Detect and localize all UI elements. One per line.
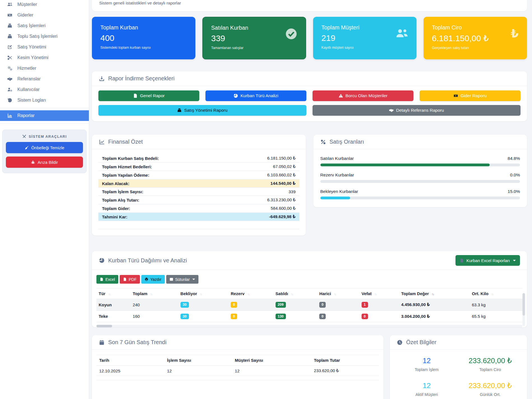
row-value: -649.629,98 ₺ [269, 214, 296, 219]
col-toplam-deger[interactable]: Toplam Değer↑↓ [399, 288, 469, 299]
cell-rezerv: 0 [228, 311, 273, 322]
section-title: Rapor İndirme Seçenekleri [108, 75, 175, 82]
sort-icon: ↑↓ [247, 292, 249, 296]
scissors-icon [7, 55, 13, 60]
row-label: Toplam İşlem Sayısı: [102, 189, 143, 194]
printer-icon [145, 277, 148, 281]
sidebar-item-label: Hizmetler [17, 66, 36, 71]
calendar-icon [99, 340, 105, 345]
stat-title: Toplam Ciro [432, 24, 519, 31]
bug-icon [31, 160, 35, 164]
sort-icon: ↑↓ [200, 292, 202, 296]
sidebar-item-toplu-satis[interactable]: Toplu Satış İşlemleri [0, 31, 89, 42]
sidebar-item-musteriler[interactable]: Müşteriler [0, 0, 89, 10]
financial-summary-header: Finansal Özet [92, 135, 306, 149]
sidebar-item-label: Satış İşlemleri [17, 23, 45, 28]
button-label: PDF [129, 277, 137, 282]
file-excel-icon [460, 258, 464, 263]
users-icon [396, 27, 408, 40]
col-vefat[interactable]: Vefat↑↓ [359, 288, 399, 299]
money-icon [454, 94, 458, 98]
sidebar-item-label: Giderler [17, 13, 33, 18]
row-value: 67.050,02 ₺ [273, 164, 295, 169]
summary-value: 12 [395, 356, 459, 365]
col-toplam[interactable]: Toplam↑↓ [131, 288, 178, 299]
type-analysis-button[interactable]: Kurban Türü Analizi [205, 90, 306, 101]
financial-row-tahmini-kar: Tahmini Kar:-649.629,98 ₺ [98, 213, 299, 221]
trend-card: Son 7 Gün Satış Trendi Tarih İşlem Sayıs… [92, 335, 383, 399]
button-label: Excel [105, 277, 115, 282]
col-ort-kilo[interactable]: Ort. Kilo↑↓ [469, 288, 522, 299]
pie-chart-icon [233, 94, 238, 98]
users-icon [7, 2, 13, 7]
col-harici[interactable]: Harici↑↓ [317, 288, 359, 299]
section-title: Finansal Özet [108, 139, 143, 145]
stat-subtitle: Sistemdeki toplam kurban sayısı [100, 46, 187, 50]
rezerv-badge: 0 [231, 314, 237, 319]
columns-toggle-button[interactable]: Sütunlar [166, 275, 198, 284]
sidebar-item-label: Satış Yönetimi [17, 45, 46, 50]
referral-report-button[interactable]: Detaylı Referans Raporu [313, 105, 521, 116]
scrollbar-thumb[interactable] [96, 325, 112, 327]
print-button[interactable]: Yazdır [141, 275, 165, 284]
financial-row: Toplam Yapılan Ödeme:6.103.660,02 ₺ [98, 171, 299, 179]
expense-report-button[interactable]: Gider Raporu [420, 90, 521, 101]
summary-label: Aktif Müşteri [395, 392, 459, 397]
cell-islem-sayisi: 12 [164, 366, 232, 376]
cell-vefat: 0 [359, 311, 399, 322]
kurban-excel-reports-dropdown[interactable]: Kurban Excel Raporları [455, 255, 520, 266]
financial-summary-table: Toplam Kurban Satış Bedeli:6.181.150,00 … [92, 149, 306, 235]
financial-row-kalan-alacak: Kalan Alacak:144.540,00 ₺ [98, 179, 299, 188]
sidebar-item-satis-yonetimi[interactable]: Satış Yönetimi [0, 42, 89, 52]
sidebar-item-raporlar[interactable]: Raporlar [0, 110, 89, 121]
ratio-satilan: Satılan Kurbanlar84.8% [320, 156, 520, 166]
scrollbar-thumb[interactable] [522, 293, 525, 316]
general-report-button[interactable]: Genel Rapor [98, 90, 199, 101]
cell-toplam-deger: 3.004.200,00 ₺ [399, 311, 469, 322]
col-toplam-tutar: Toplam Tutar [311, 355, 379, 366]
clear-cache-button[interactable]: Önbelleği Temizle [6, 142, 83, 153]
summary-value: 12 [395, 381, 459, 390]
type-distribution-table: Tür↑↓ Toplam↑↓ Bekliyor↑↓ Rezerv↑↓ Satıl… [96, 288, 522, 322]
col-bekliyor[interactable]: Bekliyor↑↓ [178, 288, 228, 299]
excel-export-button[interactable]: Excel [96, 275, 118, 284]
sidebar-item-giderler[interactable]: Giderler [0, 10, 89, 20]
trend-table: Tarih İşlem Sayısı Müşteri Sayısı Toplam… [96, 355, 379, 381]
clock-icon [397, 340, 403, 345]
button-label: Gider Raporu [461, 93, 487, 98]
col-rezerv[interactable]: Rezerv↑↓ [228, 288, 273, 299]
summary-item-aktif-musteri: 12 Aktif Müşteri [395, 381, 459, 397]
sidebar-item-kesim-yonetimi[interactable]: Kesim Yönetimi [0, 52, 89, 63]
row-label: Toplam Alış Tutarı: [102, 198, 139, 202]
cash-register-icon [7, 23, 13, 28]
broom-icon [24, 146, 29, 150]
col-islem-sayisi: İşlem Sayısı [164, 355, 232, 366]
money-icon [7, 13, 13, 18]
progress-bar [320, 197, 520, 199]
sidebar-item-referanslar[interactable]: Referanslar [0, 74, 89, 84]
ratio-label: Bekleyen Kurbanlar [320, 189, 358, 194]
stat-title: Toplam Müşteri [321, 24, 408, 31]
col-satildi[interactable]: Satıldı↑↓ [273, 288, 317, 299]
table-row-koyun: Koyun 240 30 0 209 0 1 4.456.930,00 ₺ 63… [96, 299, 522, 311]
chart-bar-icon [7, 113, 13, 118]
sales-management-report-button[interactable]: Satış Yönetimi Raporu [98, 105, 306, 116]
harici-badge: 0 [319, 314, 326, 319]
report-buttons: Genel Rapor Kurban Türü Analizi Borcu Ol… [92, 86, 527, 121]
sidebar-item-sistem-loglari[interactable]: Sistem Logları [0, 95, 89, 106]
col-tur[interactable]: Tür↑↓ [96, 288, 131, 299]
sidebar-item-satis-islemleri[interactable]: Satış İşlemleri [0, 20, 89, 31]
debtors-report-button[interactable]: Borcu Olan Müşteriler [313, 90, 413, 101]
sidebar-item-hizmetler[interactable]: Hizmetler [0, 63, 89, 74]
sidebar-item-kullanicilar[interactable]: Kullanıcılar [0, 84, 89, 95]
file-excel-icon [100, 277, 103, 281]
sales-ratios-header: Satış Oranları [313, 135, 527, 149]
pdf-export-button[interactable]: PDF [120, 275, 140, 284]
trend-row-empty [96, 376, 379, 381]
report-fault-button[interactable]: Arıza Bildir [6, 157, 83, 168]
cell-satildi: 130 [273, 311, 317, 322]
page-header-card: Sistem geneli istatistikleri ve detaylı … [92, 0, 527, 11]
summary-label: Toplam Ciro [459, 367, 522, 372]
type-distribution-card: Kurban Türü Dağılımı ve Analizi Kurban E… [92, 251, 527, 327]
download-icon [99, 76, 105, 81]
